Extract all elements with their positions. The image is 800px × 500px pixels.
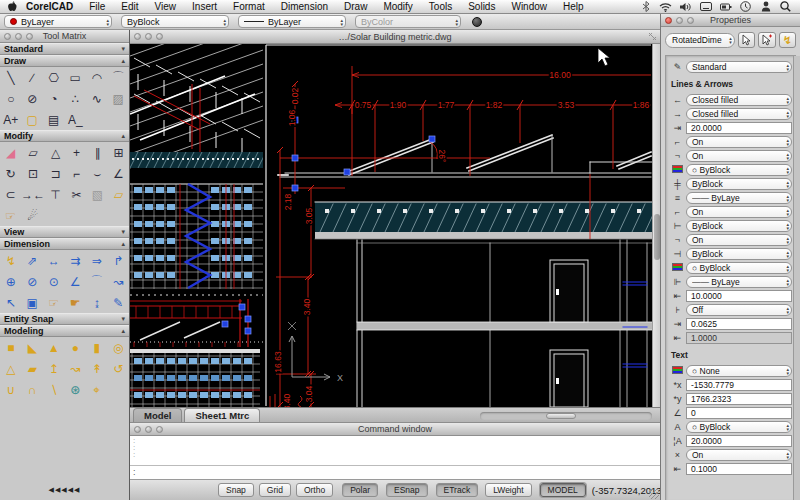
status-toggle-lweight[interactable]: LWeight [485, 483, 531, 497]
stretch-icon[interactable]: ⊐ [45, 163, 66, 184]
tab-sheet1-mtrc[interactable]: Sheet1 Mtrc [184, 408, 260, 422]
torus-icon[interactable]: ◎ [108, 337, 130, 358]
diameter-dimension-icon[interactable]: ⊘ [22, 271, 44, 292]
ext-line-color-dropdown[interactable]: ○ ByBlock▴▾ [686, 262, 792, 275]
ext-line-offset-field[interactable]: 0.0625 [686, 318, 792, 331]
ext-line-2-dropdown[interactable]: On▴▾ [686, 234, 792, 247]
palette-collapse-control[interactable]: ◀◀◀◀◀ [0, 486, 129, 494]
cone-icon[interactable]: ▲ [43, 337, 65, 358]
menu-modify[interactable]: Modify [375, 0, 420, 13]
pyramid-icon[interactable]: △ [0, 358, 22, 379]
record-button[interactable] [472, 17, 482, 27]
section-header-standard[interactable]: Standard▾ [0, 43, 129, 55]
polyline-icon[interactable]: ∕ [22, 67, 44, 88]
chamfer-icon[interactable]: ∠ [108, 163, 129, 184]
select-matching-add-icon[interactable] [758, 32, 775, 48]
status-toggle-ortho[interactable]: Ortho [296, 483, 333, 497]
lengthen-icon[interactable]: ⊂ [0, 184, 21, 205]
linear-dimension-icon[interactable]: ↔ [43, 250, 65, 271]
ext-line-1-dropdown[interactable]: On▴▾ [686, 206, 792, 219]
section-header-modeling[interactable]: Modeling▴ [0, 325, 129, 337]
pan-icon[interactable]: ☞ [0, 205, 21, 226]
grip-point[interactable] [292, 155, 298, 161]
section-header-modify[interactable]: Modify▴ [0, 130, 129, 142]
menu-tools[interactable]: Tools [421, 0, 460, 13]
properties-scrollbar[interactable] [793, 56, 800, 500]
linestyle-dropdown[interactable]: ByBlock ▴▾ [121, 15, 229, 28]
window-controls[interactable] [134, 33, 163, 40]
aligned-dimension-icon[interactable]: ⇗ [22, 250, 44, 271]
union-icon[interactable]: ∪ [0, 379, 22, 400]
lineweight-dropdown[interactable]: ByLayer ▴▾ [238, 15, 346, 28]
ext-line-1-style-dropdown[interactable]: ByBlock▴▾ [686, 220, 792, 233]
smart-dimension-icon[interactable]: ↯ [0, 250, 22, 271]
text-position-y-field[interactable]: 1766.2323 [686, 393, 792, 406]
status-toggle-etrack[interactable]: ETrack [436, 483, 479, 497]
center-mark-icon[interactable]: ⊕ [0, 271, 22, 292]
status-toggle-snap[interactable]: Snap [218, 483, 254, 497]
status-toggle-model[interactable]: MODEL [540, 483, 586, 497]
fillet-arc-icon[interactable]: ⌣ [87, 163, 108, 184]
hatch-icon[interactable]: ▨ [108, 88, 130, 109]
entity-type-dropdown[interactable]: RotatedDime ▴▾ [665, 33, 735, 48]
tolerance-icon[interactable]: ▣ [22, 292, 44, 313]
status-toggle-esnap[interactable]: ESnap [386, 483, 428, 497]
vertical-scrollbar[interactable] [652, 44, 660, 407]
trim-icon[interactable]: ✂ [66, 184, 87, 205]
ext-line-extension-field[interactable]: 10.0000 [686, 290, 792, 303]
circle-icon[interactable]: ○ [0, 88, 22, 109]
wifi-icon[interactable] [659, 1, 672, 12]
edit-dimension-icon[interactable]: ↨ [86, 292, 108, 313]
command-history[interactable]: ::: [130, 436, 660, 466]
duplicate-icon[interactable]: ▱ [108, 184, 129, 205]
spotlight-icon[interactable] [779, 1, 792, 12]
offset-icon[interactable]: ∥ [87, 142, 108, 163]
grip-point[interactable] [344, 169, 350, 175]
sweep-icon[interactable]: ↝ [65, 358, 87, 379]
polygon-icon[interactable]: ⎔ [43, 67, 65, 88]
rotate-icon[interactable]: ↻ [0, 163, 21, 184]
simple-note-icon[interactable]: A_ [65, 109, 87, 130]
baseline-dimension-icon[interactable]: ⇉ [65, 250, 87, 271]
ellipse-icon[interactable]: ⊘ [22, 88, 44, 109]
status-toggle-grid[interactable]: Grid [259, 483, 291, 497]
grip-point[interactable] [239, 304, 245, 310]
window-resize-icon[interactable] [648, 32, 657, 43]
explode-icon[interactable]: ☄ [21, 205, 45, 226]
arrow-start-dropdown[interactable]: Closed filled▴▾ [686, 94, 792, 107]
text-inside-dropdown[interactable]: On▴▾ [686, 449, 792, 462]
command-window-titlebar[interactable]: Command window [130, 423, 660, 436]
ext-line-2-style-dropdown[interactable]: ByBlock▴▾ [686, 248, 792, 261]
spline-icon[interactable]: ∿ [86, 88, 108, 109]
section-header-view[interactable]: View▾ [0, 226, 129, 238]
jogged-dimension-icon[interactable]: ↝ [108, 271, 130, 292]
text-position-x-field[interactable]: -1530.7779 [686, 379, 792, 392]
select-matching-icon[interactable] [738, 32, 755, 48]
grip-point[interactable] [245, 328, 251, 334]
menu-file[interactable]: File [81, 0, 113, 13]
window-controls[interactable] [665, 17, 694, 24]
arrow-end-dropdown[interactable]: Closed filled▴▾ [686, 108, 792, 121]
weld-icon[interactable]: →← [21, 184, 45, 205]
delete-icon[interactable]: ◢ [0, 142, 21, 163]
menu-format[interactable]: Format [225, 0, 273, 13]
status-toggle-polar[interactable]: Polar [342, 483, 378, 497]
move-icon[interactable]: + [66, 142, 87, 163]
arc-length-icon[interactable]: ⌒ [86, 271, 108, 292]
line-icon[interactable]: ╲ [0, 67, 22, 88]
fillet-icon[interactable]: ⌐ [66, 163, 87, 184]
smart-text-icon[interactable]: A+ [0, 109, 22, 130]
elliptical-arc-icon[interactable]: ◔ [43, 88, 65, 109]
subtract-icon[interactable]: ∖ [43, 379, 65, 400]
dimension-style-dropdown[interactable]: Standard▴▾ [686, 61, 792, 74]
menu-solids[interactable]: Solids [460, 0, 503, 13]
leader-icon[interactable]: ↖ [0, 292, 22, 313]
menu-window[interactable]: Window [503, 0, 555, 13]
wedge-icon[interactable]: ◣ [22, 337, 44, 358]
cylinder-icon[interactable]: ▮ [86, 337, 108, 358]
menu-draw[interactable]: Draw [336, 0, 375, 13]
window-controls[interactable] [4, 33, 33, 40]
display-icon[interactable] [699, 1, 712, 12]
volume-icon[interactable] [679, 1, 692, 12]
dim-line-1-dropdown[interactable]: On▴▾ [686, 136, 792, 149]
